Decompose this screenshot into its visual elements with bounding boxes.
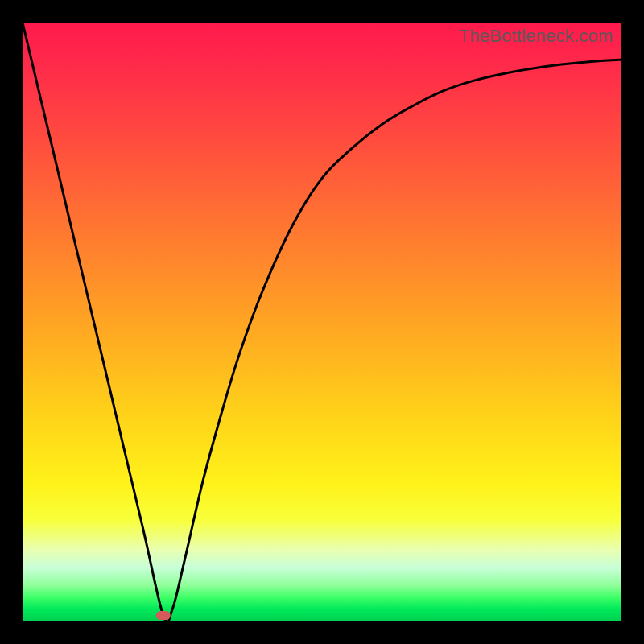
optimal-point-marker: [156, 611, 171, 620]
curve-layer: [23, 23, 621, 621]
bottleneck-curve: [23, 23, 621, 621]
attribution-label: TheBottleneck.com: [459, 26, 613, 47]
optimal-point-marker: [156, 611, 171, 620]
plot-area: TheBottleneck.com: [23, 23, 621, 621]
